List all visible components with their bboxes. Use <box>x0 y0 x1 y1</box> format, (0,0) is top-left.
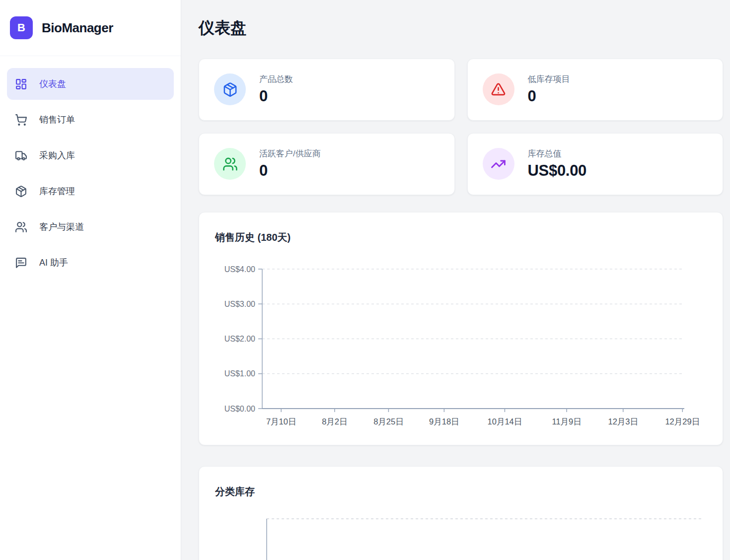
svg-text:US$2.00: US$2.00 <box>224 335 255 343</box>
svg-text:US$0.00: US$0.00 <box>224 404 255 413</box>
shopping-cart-icon <box>15 114 27 126</box>
message-square-text-icon <box>15 257 27 269</box>
sidebar-item-dashboard[interactable]: 仪表盘 <box>7 68 174 100</box>
stat-card-total-products: 产品总数 0 <box>199 59 455 121</box>
chart-title: 销售历史 (180天) <box>215 230 707 244</box>
sidebar-item-ai-assistant[interactable]: AI 助手 <box>7 247 174 279</box>
stat-value: 0 <box>528 87 570 105</box>
svg-text:8月25日: 8月25日 <box>373 417 404 426</box>
users-icon <box>214 148 246 180</box>
sidebar-item-label: 仪表盘 <box>39 78 66 90</box>
trending-up-icon <box>483 148 514 180</box>
sidebar-item-label: AI 助手 <box>39 257 68 269</box>
sidebar-item-sales-orders[interactable]: 销售订单 <box>7 104 174 136</box>
category-inventory-chart <box>215 518 708 560</box>
sidebar-item-inventory[interactable]: 库存管理 <box>7 175 174 207</box>
sidebar-item-label: 客户与渠道 <box>39 221 84 233</box>
stat-label: 库存总值 <box>528 148 587 159</box>
svg-text:12月3日: 12月3日 <box>608 417 638 426</box>
sidebar-item-customers-channels[interactable]: 客户与渠道 <box>7 211 174 243</box>
sidebar-item-label: 库存管理 <box>39 185 75 197</box>
sidebar-item-label: 销售订单 <box>39 114 75 126</box>
sales-history-chart-card: 销售历史 (180天) US$4.00US$3.00US$2.00US$1.00… <box>199 212 723 445</box>
page-title: 仪表盘 <box>199 19 723 37</box>
svg-text:US$3.00: US$3.00 <box>224 300 255 308</box>
app-logo: B <box>10 16 33 39</box>
svg-text:8月2日: 8月2日 <box>322 417 347 426</box>
svg-text:11月9日: 11月9日 <box>552 417 581 426</box>
svg-text:12月29日: 12月29日 <box>665 417 700 426</box>
svg-text:US$1.00: US$1.00 <box>224 369 255 378</box>
main-content: 仪表盘 产品总数 0 低库存项目 0 活跃客户/供应商 <box>181 0 730 560</box>
package-icon <box>214 73 246 105</box>
stat-card-active-customers: 活跃客户/供应商 0 <box>199 133 455 195</box>
sidebar-item-purchase-inbound[interactable]: 采购入库 <box>7 140 174 171</box>
app-name: BioManager <box>42 20 113 36</box>
chart-title: 分类库存 <box>215 485 707 498</box>
stat-value: 0 <box>259 162 321 180</box>
stats-grid: 产品总数 0 低库存项目 0 活跃客户/供应商 0 <box>199 59 723 195</box>
svg-text:10月14日: 10月14日 <box>488 417 522 426</box>
stat-label: 低库存项目 <box>528 73 570 85</box>
app-logo-row: B BioManager <box>0 0 181 56</box>
svg-text:7月10日: 7月10日 <box>266 417 296 426</box>
sidebar-nav: 仪表盘 销售订单 采购入库 库存管理 客户与渠道 AI 助手 <box>0 56 181 282</box>
svg-text:9月18日: 9月18日 <box>429 417 459 426</box>
package-icon <box>15 185 27 198</box>
alert-triangle-icon <box>483 73 514 105</box>
category-inventory-chart-card: 分类库存 <box>199 466 723 560</box>
stat-value: US$0.00 <box>528 162 587 180</box>
stat-label: 活跃客户/供应商 <box>259 148 321 159</box>
sales-history-chart: US$4.00US$3.00US$2.00US$1.00US$0.007月10日… <box>215 257 708 431</box>
stat-label: 产品总数 <box>259 73 293 85</box>
stat-card-low-stock: 低库存项目 0 <box>467 59 724 121</box>
svg-text:US$4.00: US$4.00 <box>224 265 255 273</box>
users-icon <box>15 221 27 233</box>
stat-card-inventory-value: 库存总值 US$0.00 <box>467 133 724 195</box>
sidebar-item-label: 采购入库 <box>39 149 75 161</box>
truck-icon <box>15 149 27 162</box>
layout-dashboard-icon <box>15 78 27 90</box>
stat-value: 0 <box>259 87 293 105</box>
sidebar: B BioManager 仪表盘 销售订单 采购入库 库存管理 客户与渠道 AI… <box>0 0 181 560</box>
